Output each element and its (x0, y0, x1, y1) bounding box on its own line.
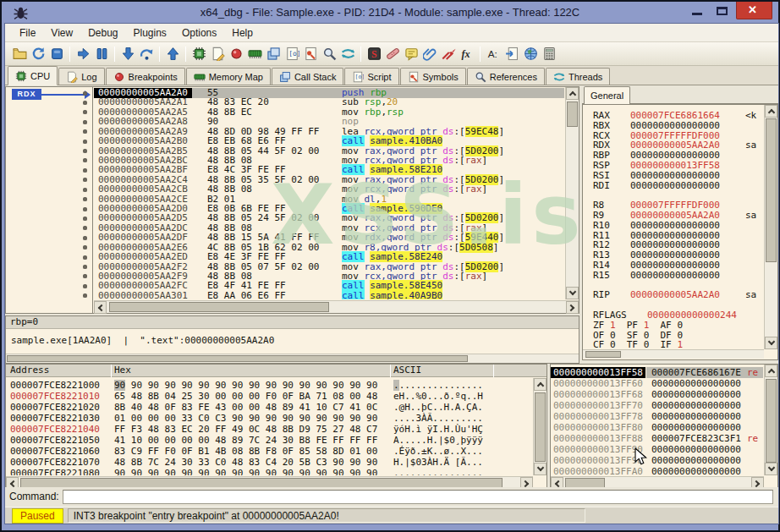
breakpoint-dot[interactable] (83, 217, 87, 221)
stack-row[interactable]: 000000000013FF600000000000000000 (551, 378, 763, 389)
disasm-row[interactable]: 00000000005AA301E8 AA 06 E6 FFcall sampl… (94, 291, 564, 299)
breakpoint-dot[interactable] (83, 274, 87, 278)
tab-references[interactable]: References (467, 68, 545, 85)
toolbar-call-stack-button[interactable] (264, 45, 283, 63)
scroll-thumb[interactable] (567, 101, 578, 127)
scroll-thumb[interactable] (535, 392, 546, 462)
toolbar-step-into-button[interactable] (118, 45, 137, 63)
toolbar-comment-button[interactable] (402, 45, 420, 63)
stack-row[interactable]: 000000000013FF88000007FCE823C3F1re (551, 433, 763, 444)
scroll-right-button[interactable] (566, 301, 579, 314)
scroll-down-button[interactable] (765, 337, 777, 349)
toolbar-calculator-button[interactable] (540, 45, 558, 63)
register-row[interactable]: RDI0000000000000000 (583, 181, 777, 191)
toolbar-patch-button[interactable] (383, 45, 402, 63)
scroll-thumb[interactable] (7, 355, 468, 362)
tab-threads[interactable]: Threads (546, 68, 610, 85)
tab-script[interactable]: [o]Script (344, 68, 398, 85)
dump-row[interactable]: 000007FCE8221040FF F3 48 83 EC 20 FF 49 … (6, 424, 532, 435)
toolbar-detach-button[interactable] (439, 45, 458, 63)
scroll-up-button[interactable] (765, 365, 777, 377)
toolbar-cpu-button[interactable] (190, 45, 208, 63)
breakpoint-dot[interactable] (83, 91, 87, 96)
stack-panel[interactable]: 000000000013FF58000007FCE686167Ere000000… (550, 364, 778, 490)
tab-general[interactable]: General (584, 86, 630, 104)
stack-row[interactable]: 000000000013FF680000000000000000 (551, 389, 763, 400)
menu-options[interactable]: Options (174, 25, 224, 41)
menu-file[interactable]: File (12, 25, 43, 41)
toolbar-seh-chain-button[interactable]: S (365, 45, 383, 63)
toolbar-font-button[interactable]: A: (484, 45, 503, 63)
stack-rows[interactable]: 000000000013FF58000007FCE686167Ere000000… (551, 365, 763, 478)
scroll-thumb[interactable] (585, 351, 621, 358)
toolbar-pause-button[interactable] (92, 45, 111, 63)
toolbar-breakpoint-button[interactable] (227, 45, 245, 63)
registers-vscrollbar[interactable] (764, 105, 777, 349)
scroll-thumb[interactable] (766, 379, 777, 463)
menu-view[interactable]: View (43, 25, 80, 41)
breakpoint-dot[interactable] (83, 110, 87, 114)
breakpoint-dot[interactable] (83, 168, 87, 173)
toolbar-run-button[interactable] (74, 45, 92, 63)
command-input[interactable] (63, 490, 773, 504)
dump-row[interactable]: 000007FCE82210208B 40 48 0F 83 FE 43 00 … (6, 402, 532, 413)
dump-row[interactable]: 000007FCE822101065 48 8B 04 25 30 00 00 … (6, 391, 532, 402)
minimize-button[interactable] (685, 2, 709, 19)
toolbar-attach-button[interactable] (420, 45, 439, 63)
info-hscrollbar[interactable] (6, 354, 579, 363)
registers-list[interactable]: RAX000007FCE6861664<kRBX0000000000000000… (582, 104, 778, 360)
stack-vscrollbar[interactable] (764, 365, 777, 475)
menu-help[interactable]: Help (224, 25, 261, 41)
scroll-left-button[interactable] (94, 301, 107, 314)
toolbar-memory-map-button[interactable] (245, 45, 264, 63)
toolbar-open-folder-button[interactable] (10, 45, 29, 63)
disassembly-hscrollbar[interactable] (94, 300, 579, 313)
disassembly-vscrollbar[interactable] (565, 87, 579, 299)
dump-vscrollbar[interactable] (533, 378, 547, 475)
breakpoint-dot[interactable] (83, 120, 87, 124)
titlebar[interactable]: x64_dbg - File: Sample.exe - PID: 21D4 -… (3, 2, 777, 24)
stack-row[interactable]: 000000000013FF900000000000000000 (551, 444, 763, 455)
breakpoint-dot[interactable] (83, 101, 87, 105)
toolbar-goto-button[interactable] (503, 45, 521, 63)
dump-row[interactable]: 000007FCE822100090 90 90 90 90 90 90 90 … (6, 380, 532, 391)
toolbar-script-button[interactable]: [o] (283, 45, 301, 63)
menu-debug[interactable]: Debug (80, 25, 125, 41)
scroll-down-button[interactable] (765, 463, 777, 475)
dump-header-hex[interactable]: Hex (114, 365, 131, 376)
tab-breakpoints[interactable]: Breakpoints (106, 68, 185, 85)
toolbar-log-button[interactable] (208, 45, 227, 63)
toolbar-restart-button[interactable] (29, 45, 47, 63)
breakpoint-dot[interactable] (83, 284, 87, 288)
maximize-button[interactable] (711, 2, 734, 19)
breakpoint-dot[interactable] (83, 178, 87, 182)
stack-row[interactable]: 000000000013FF58000007FCE686167Ere (551, 367, 763, 378)
menu-plugins[interactable]: Plugins (126, 25, 174, 41)
stack-row[interactable]: 000000000013FF800000000000000000 (551, 422, 763, 433)
toolbar-threads-button[interactable] (338, 45, 357, 63)
breakpoint-dot[interactable] (83, 226, 87, 230)
breakpoint-dot[interactable] (83, 265, 87, 269)
scroll-thumb[interactable] (109, 302, 329, 312)
toolbar-stop-button[interactable] (47, 45, 66, 63)
dump-row[interactable]: 000007FCE822106083 C9 FF F0 0F B1 4B 08 … (6, 446, 532, 457)
scroll-up-button[interactable] (765, 105, 777, 118)
breakpoint-dot[interactable] (83, 207, 87, 211)
tab-log[interactable]: Log (58, 68, 104, 85)
register-row[interactable]: RBX0000000000000000 (583, 121, 777, 131)
close-button[interactable]: ✕ (736, 2, 772, 19)
breakpoint-dot[interactable] (83, 293, 87, 298)
breakpoint-dot[interactable] (83, 140, 87, 144)
dump-row[interactable]: 000007FCE822107048 8B 7C 24 30 33 C0 48 … (6, 457, 532, 468)
dump-row[interactable]: 000007FCE822105041 10 00 00 00 00 48 89 … (6, 435, 532, 446)
scroll-up-button[interactable] (534, 378, 547, 391)
tab-call-stack[interactable]: Call Stack (272, 68, 344, 85)
scroll-thumb[interactable] (766, 118, 777, 262)
register-row[interactable]: RIP00000000005AA2A0sa (583, 290, 777, 300)
dump-header-ascii[interactable]: ASCII (393, 365, 421, 376)
breakpoint-dot[interactable] (83, 245, 87, 250)
toolbar-step-over-button[interactable] (137, 45, 156, 63)
tab-memory-map[interactable]: Memory Map (186, 68, 271, 85)
register-row[interactable]: R100000000000000000 (583, 221, 777, 231)
breakpoint-dot[interactable] (83, 158, 87, 162)
